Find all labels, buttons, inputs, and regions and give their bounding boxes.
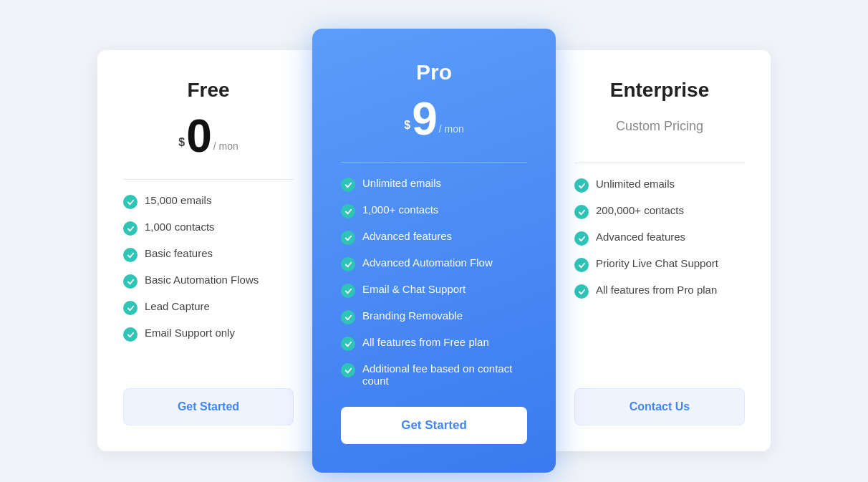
list-item: 1,000 contacts: [123, 221, 294, 236]
check-icon: [341, 204, 355, 218]
list-item: Basic features: [123, 247, 294, 262]
free-get-started-button[interactable]: Get Started: [123, 388, 294, 425]
list-item: Priority Live Chat Support: [574, 257, 745, 272]
check-icon: [341, 363, 355, 377]
pro-get-started-button[interactable]: Get Started: [341, 407, 527, 444]
free-plan-card: Free $ 0 / mon 15,000 emails 1,000 conta…: [97, 50, 319, 451]
enterprise-divider: [574, 163, 745, 163]
enterprise-plan-title: Enterprise: [574, 79, 745, 102]
check-icon: [574, 205, 589, 219]
enterprise-contact-us-button[interactable]: Contact Us: [574, 388, 745, 425]
check-icon: [123, 221, 138, 236]
enterprise-custom-pricing: Custom Pricing: [574, 119, 745, 134]
list-item: Advanced features: [574, 231, 745, 246]
pro-price-period: / mon: [439, 123, 464, 135]
check-icon: [341, 284, 355, 298]
enterprise-plan-card: Enterprise Custom Pricing Unlimited emai…: [549, 50, 771, 451]
check-icon: [341, 178, 355, 192]
list-item: Unlimited emails: [574, 178, 745, 193]
check-icon: [123, 301, 138, 315]
list-item: Unlimited emails: [341, 177, 527, 192]
enterprise-features-list: Unlimited emails 200,000+ contacts Advan…: [574, 178, 745, 368]
list-item: Email Support only: [123, 327, 294, 342]
free-price-period: / mon: [213, 140, 238, 152]
check-icon: [123, 274, 138, 289]
check-icon: [341, 310, 355, 324]
free-divider: [123, 179, 294, 180]
free-price-block: $ 0 / mon: [123, 113, 294, 159]
list-item: Additional fee based on contact count: [341, 362, 527, 387]
pro-price-symbol: $: [404, 119, 410, 132]
pro-features-list: Unlimited emails 1,000+ contacts Advance…: [341, 177, 527, 387]
pro-plan-title: Pro: [341, 60, 527, 85]
pro-plan-card: Pro $ 9 / mon Unlimited emails 1,000+ co…: [312, 29, 556, 473]
list-item: 1,000+ contacts: [341, 203, 527, 218]
free-price-symbol: $: [178, 136, 185, 149]
pricing-container: Free $ 0 / mon 15,000 emails 1,000 conta…: [40, 29, 828, 473]
list-item: All features from Free plan: [341, 336, 527, 351]
pro-price-number: 9: [412, 96, 438, 142]
free-plan-title: Free: [123, 79, 294, 102]
list-item: 15,000 emails: [123, 194, 294, 209]
check-icon: [123, 327, 138, 342]
pro-divider: [341, 162, 527, 163]
check-icon: [123, 248, 138, 262]
list-item: Email & Chat Support: [341, 283, 527, 298]
check-icon: [123, 195, 138, 209]
check-icon: [574, 284, 589, 299]
list-item: Basic Automation Flows: [123, 274, 294, 289]
list-item: Advanced features: [341, 230, 527, 245]
pro-price-block: $ 9 / mon: [341, 96, 527, 142]
free-features-list: 15,000 emails 1,000 contacts Basic featu…: [123, 194, 294, 368]
check-icon: [574, 178, 589, 193]
list-item: Branding Removable: [341, 309, 527, 324]
check-icon: [341, 337, 355, 351]
list-item: All features from Pro plan: [574, 284, 745, 299]
list-item: 200,000+ contacts: [574, 204, 745, 219]
check-icon: [341, 257, 355, 271]
list-item: Lead Capture: [123, 300, 294, 315]
check-icon: [574, 231, 589, 246]
list-item: Advanced Automation Flow: [341, 256, 527, 271]
check-icon: [341, 231, 355, 245]
free-price-number: 0: [186, 113, 212, 159]
check-icon: [574, 258, 589, 272]
